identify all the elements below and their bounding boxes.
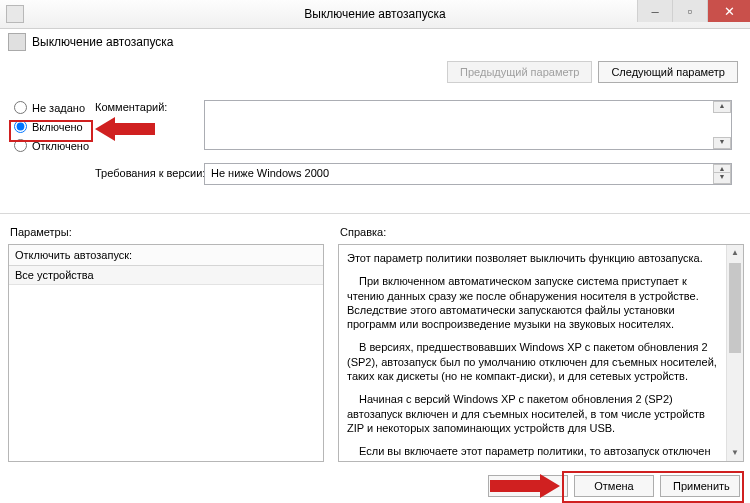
comment-scroll-down[interactable]: ▼	[713, 137, 731, 149]
requirements-value: Не ниже Windows 2000	[204, 163, 732, 185]
parameters-label: Параметры:	[0, 214, 330, 240]
policy-title: Выключение автозапуска	[32, 35, 173, 49]
ok-button[interactable]: ОК	[488, 475, 568, 497]
apply-button[interactable]: Применить	[660, 475, 740, 497]
state-radio-group: Не задано Включено Отключено	[14, 101, 89, 158]
annotation-arrow-enabled	[95, 113, 165, 145]
requirements-scroll-down[interactable]: ▼	[713, 172, 731, 184]
lower-panel: Параметры: Отключить автозапуск: Все уст…	[0, 214, 750, 468]
help-scroll-down[interactable]: ▼	[727, 445, 743, 461]
disable-autorun-label: Отключить автозапуск:	[9, 245, 323, 266]
help-panel: Этот параметр политики позволяет выключи…	[338, 244, 744, 462]
app-icon	[6, 5, 24, 23]
header-row: Выключение автозапуска	[0, 29, 750, 57]
help-label: Справка:	[330, 214, 750, 240]
minimize-button[interactable]: –	[637, 0, 672, 22]
help-text: Этот параметр политики позволяет выключи…	[339, 245, 743, 461]
parameters-column: Параметры: Отключить автозапуск: Все уст…	[0, 214, 330, 468]
maximize-button[interactable]: ▫	[672, 0, 707, 22]
radio-disabled[interactable]: Отключено	[14, 139, 89, 152]
svg-marker-0	[95, 117, 155, 141]
comment-label: Комментарий:	[95, 101, 167, 113]
comment-textarea[interactable]	[204, 100, 732, 150]
footer: ОК Отмена Применить	[0, 468, 750, 503]
radio-enabled-input[interactable]	[14, 120, 27, 133]
help-scrollbar[interactable]: ▲ ▼	[726, 245, 743, 461]
parameters-panel: Отключить автозапуск: Все устройства	[8, 244, 324, 462]
radio-not-configured-label: Не задано	[32, 102, 85, 114]
close-button[interactable]: ✕	[707, 0, 750, 22]
cancel-button[interactable]: Отмена	[574, 475, 654, 497]
autorun-dropdown[interactable]: Все устройства	[9, 266, 323, 285]
radio-not-configured[interactable]: Не задано	[14, 101, 89, 114]
next-parameter-button[interactable]: Следующий параметр	[598, 61, 738, 83]
help-paragraph: Если вы включаете этот параметр политики…	[347, 444, 721, 461]
help-column: Справка: Этот параметр политики позволяе…	[330, 214, 750, 468]
radio-disabled-label: Отключено	[32, 140, 89, 152]
comment-scroll-up[interactable]: ▲	[713, 101, 731, 113]
radio-not-configured-input[interactable]	[14, 101, 27, 114]
window-title: Выключение автозапуска	[304, 7, 445, 21]
help-scroll-up[interactable]: ▲	[727, 245, 743, 261]
previous-parameter-button[interactable]: Предыдущий параметр	[447, 61, 592, 83]
radio-enabled[interactable]: Включено	[14, 120, 89, 133]
help-paragraph: Начиная с версий Windows XP с пакетом об…	[347, 392, 721, 435]
window-controls: – ▫ ✕	[637, 0, 750, 28]
radio-disabled-input[interactable]	[14, 139, 27, 152]
radio-enabled-label: Включено	[32, 121, 83, 133]
help-scroll-thumb[interactable]	[729, 263, 741, 353]
help-paragraph: Этот параметр политики позволяет выключи…	[347, 251, 721, 265]
nav-buttons: Предыдущий параметр Следующий параметр	[447, 61, 738, 83]
requirements-label: Требования к версии:	[95, 167, 205, 179]
titlebar: Выключение автозапуска – ▫ ✕	[0, 0, 750, 29]
help-paragraph: В версиях, предшествовавших Windows XP с…	[347, 340, 721, 383]
upper-panel: Выключение автозапуска Предыдущий параме…	[0, 29, 750, 213]
policy-icon	[8, 33, 26, 51]
help-paragraph: При включенном автоматическом запуске си…	[347, 274, 721, 331]
